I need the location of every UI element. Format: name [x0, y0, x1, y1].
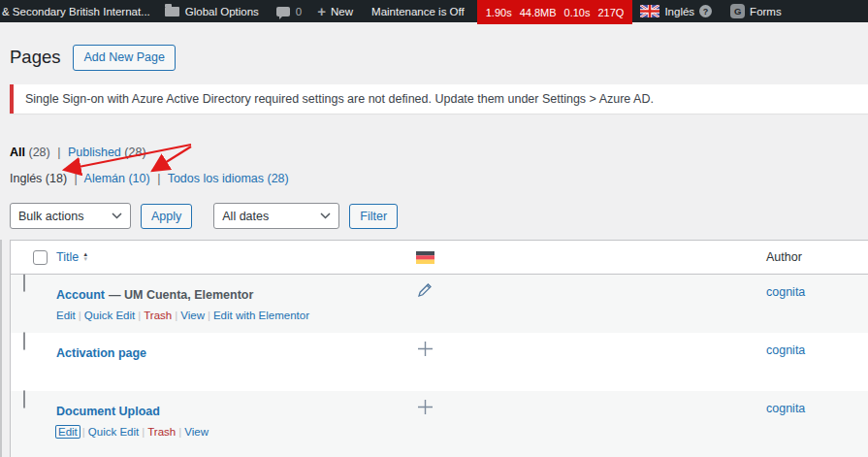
filter-lang-aleman[interactable]: Alemán (10) — [84, 172, 150, 185]
page-content: Pages Add New Page Single Sign-on with A… — [0, 44, 868, 457]
sort-title-header[interactable]: Title — [56, 250, 79, 264]
azure-ad-notice: Single Sign-on with Azure Active Directo… — [10, 84, 868, 114]
row-checkbox[interactable] — [23, 390, 25, 408]
row-checkbox[interactable] — [23, 332, 25, 350]
stat-query-time: 0.10s — [564, 7, 591, 18]
quick-edit-action[interactable]: Quick Edit — [88, 426, 139, 438]
pages-table: Title ▲▼ Author Account— UM Cuenta, Elem… — [10, 240, 868, 457]
chevron-down-icon — [320, 212, 331, 219]
list-toolbar: Bulk actions Apply All dates Filter — [10, 203, 868, 229]
bulk-actions-select[interactable]: Bulk actions — [10, 203, 131, 229]
page-title-link[interactable]: Activation page — [56, 346, 146, 360]
row-actions: Edit|Quick Edit|Trash|View — [56, 426, 396, 438]
global-options-menu[interactable]: Global Options — [185, 6, 259, 17]
language-filter-links: Inglés (18) | Alemán (10) | Todos los id… — [10, 172, 868, 185]
page-title: Pages — [10, 47, 60, 68]
stat-queries: 217Q — [598, 7, 625, 18]
filter-button[interactable]: Filter — [349, 204, 398, 229]
left-edge-divider — [0, 240, 2, 457]
page-title-link[interactable]: Account — [56, 288, 105, 302]
filter-all[interactable]: All — [10, 146, 25, 159]
admin-bar: & Secondary British Internat... Global O… — [0, 0, 868, 22]
filter-published[interactable]: Published — [68, 146, 121, 159]
quick-edit-action[interactable]: Quick Edit — [84, 310, 135, 321]
site-name[interactable]: & Secondary British Internat... — [2, 6, 150, 17]
edit-with-elementor-action[interactable]: Edit with Elementor — [213, 310, 309, 321]
table-row: Account— UM Cuenta, Elementor Edit|Quick… — [11, 275, 868, 333]
select-all-checkbox[interactable] — [33, 250, 48, 265]
maintenance-status[interactable]: Maintenance is Off — [371, 6, 465, 17]
trash-action[interactable]: Trash — [144, 310, 172, 321]
row-checkbox[interactable] — [23, 274, 25, 292]
new-menu[interactable]: New — [331, 6, 353, 17]
stat-load-time: 1.90s — [486, 7, 512, 18]
table-header: Title ▲▼ Author — [11, 241, 868, 275]
apply-button[interactable]: Apply — [141, 204, 192, 229]
page-title-link[interactable]: Document Upload — [56, 405, 160, 418]
comments-count[interactable]: 0 — [296, 6, 302, 17]
view-action[interactable]: View — [184, 426, 209, 438]
filter-all-count: (28) — [28, 146, 49, 159]
performance-stats[interactable]: 1.90s 44.8MB 0.10s 217Q — [477, 0, 633, 24]
chevron-down-icon — [112, 212, 122, 219]
edit-action-focused[interactable]: Edit — [56, 426, 80, 438]
add-new-page-button[interactable]: Add New Page — [73, 45, 175, 71]
add-translation-plus-icon[interactable] — [417, 399, 434, 415]
sort-arrows-icon: ▲▼ — [82, 252, 88, 262]
filter-published-count: (28) — [124, 146, 145, 159]
view-action[interactable]: View — [180, 310, 205, 321]
table-row: Document Upload Edit|Quick Edit|Trash|Vi… — [11, 391, 868, 457]
edit-action[interactable]: Edit — [56, 310, 76, 321]
filter-lang-todos[interactable]: Todos los idiomas (28) — [168, 172, 289, 185]
forms-menu[interactable]: Forms — [750, 6, 782, 17]
notice-text: Single Sign-on with Azure Active Directo… — [25, 92, 654, 106]
trash-action[interactable]: Trash — [147, 426, 176, 438]
add-translation-plus-icon[interactable] — [417, 341, 434, 357]
post-state: — UM Cuenta, Elementor — [109, 288, 253, 302]
author-link[interactable]: cognita — [766, 285, 805, 299]
status-filter-links: All (28) | Published (28) — [10, 146, 868, 159]
row-actions: Edit|Quick Edit|Trash|View|Edit with Ele… — [56, 310, 396, 321]
dates-select[interactable]: All dates — [213, 203, 339, 229]
table-row: Activation page cognita — [11, 333, 868, 391]
language-switcher[interactable]: Inglés — [664, 6, 694, 17]
comments-icon — [276, 7, 290, 16]
filter-lang-ingles[interactable]: Inglés (18) — [10, 172, 67, 185]
stat-memory: 44.8MB — [520, 7, 557, 18]
plus-icon: + — [317, 4, 326, 18]
uk-flag-icon — [640, 5, 659, 17]
german-flag-icon — [416, 251, 434, 264]
author-link[interactable]: cognita — [766, 402, 805, 415]
global-options-icon — [165, 7, 179, 16]
forms-icon: G — [730, 4, 745, 18]
edit-translation-pencil-icon[interactable] — [417, 282, 433, 298]
author-link[interactable]: cognita — [766, 343, 805, 357]
author-header: Author — [756, 250, 868, 264]
help-icon[interactable]: ? — [699, 5, 712, 17]
